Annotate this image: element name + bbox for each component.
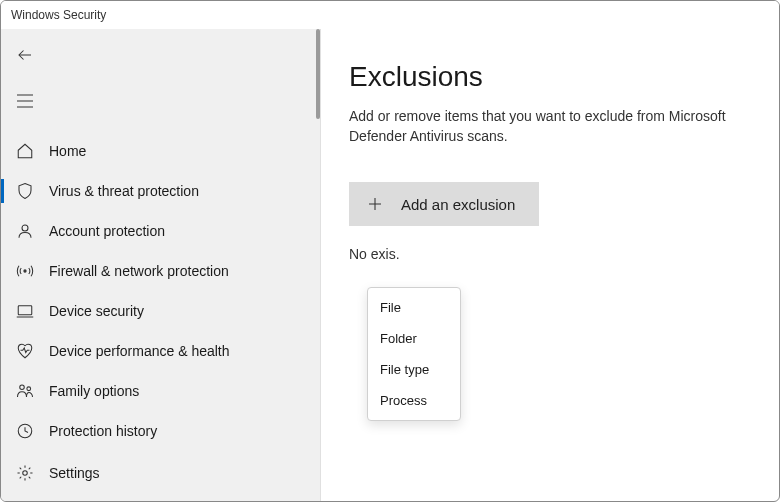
family-icon — [15, 381, 35, 401]
sidebar: Home Virus & threat protection Account p… — [1, 29, 321, 501]
plus-icon — [365, 194, 385, 214]
sidebar-item-account[interactable]: Account protection — [1, 211, 320, 251]
dropdown-item-file-type[interactable]: File type — [368, 354, 460, 385]
sidebar-item-label: Home — [49, 143, 86, 159]
add-exclusion-dropdown: File Folder File type Process — [367, 287, 461, 421]
sidebar-scrollbar[interactable] — [316, 29, 320, 119]
dropdown-item-folder[interactable]: Folder — [368, 323, 460, 354]
antenna-icon — [15, 261, 35, 281]
sidebar-item-label: Protection history — [49, 423, 157, 439]
svg-point-9 — [27, 387, 31, 391]
person-icon — [15, 221, 35, 241]
dropdown-item-process[interactable]: Process — [368, 385, 460, 416]
add-exclusion-label: Add an exclusion — [401, 196, 515, 213]
add-exclusion-button[interactable]: Add an exclusion — [349, 182, 539, 226]
sidebar-item-performance[interactable]: Device performance & health — [1, 331, 320, 371]
sidebar-item-label: Device performance & health — [49, 343, 230, 359]
sidebar-item-home[interactable]: Home — [1, 131, 320, 171]
sidebar-item-protection-history[interactable]: Protection history — [1, 411, 320, 451]
hamburger-button[interactable] — [5, 81, 45, 121]
status-suffix: . — [396, 246, 400, 262]
arrow-left-icon — [16, 46, 34, 64]
hamburger-icon — [17, 94, 33, 108]
content-area: Exclusions Add or remove items that you … — [321, 29, 779, 501]
dropdown-item-label: Folder — [380, 331, 417, 346]
sidebar-item-family[interactable]: Family options — [1, 371, 320, 411]
svg-rect-6 — [18, 306, 32, 315]
svg-point-11 — [23, 471, 28, 476]
home-icon — [15, 141, 35, 161]
dropdown-item-label: File type — [380, 362, 429, 377]
sidebar-item-virus-threat[interactable]: Virus & threat protection — [1, 171, 320, 211]
page-title: Exclusions — [349, 61, 751, 93]
sidebar-item-device-security[interactable]: Device security — [1, 291, 320, 331]
sidebar-item-label: Family options — [49, 383, 139, 399]
status-prefix: No exis — [349, 246, 396, 262]
gear-icon — [15, 463, 35, 483]
sidebar-item-firewall[interactable]: Firewall & network protection — [1, 251, 320, 291]
sidebar-settings-block: Settings — [1, 453, 320, 493]
history-icon — [15, 421, 35, 441]
sidebar-item-label: Device security — [49, 303, 144, 319]
dropdown-item-label: Process — [380, 393, 427, 408]
svg-point-8 — [20, 385, 25, 390]
heart-pulse-icon — [15, 341, 35, 361]
titlebar: Windows Security — [1, 1, 779, 29]
shield-icon — [15, 181, 35, 201]
svg-point-4 — [22, 225, 28, 231]
nav-section: Home Virus & threat protection Account p… — [1, 131, 320, 451]
sidebar-item-label: Settings — [49, 465, 100, 481]
dropdown-item-label: File — [380, 300, 401, 315]
windows-security-window: Windows Security Home — [0, 0, 780, 502]
window-title: Windows Security — [11, 8, 106, 22]
sidebar-item-label: Virus & threat protection — [49, 183, 199, 199]
sidebar-item-label: Firewall & network protection — [49, 263, 229, 279]
window-body: Home Virus & threat protection Account p… — [1, 29, 779, 501]
dropdown-item-file[interactable]: File — [368, 292, 460, 323]
status-text: No exis. — [349, 246, 751, 262]
svg-point-5 — [24, 270, 26, 272]
sidebar-item-settings[interactable]: Settings — [1, 453, 320, 493]
page-description: Add or remove items that you want to exc… — [349, 107, 749, 146]
device-icon — [15, 301, 35, 321]
sidebar-item-label: Account protection — [49, 223, 165, 239]
back-button[interactable] — [5, 35, 45, 75]
